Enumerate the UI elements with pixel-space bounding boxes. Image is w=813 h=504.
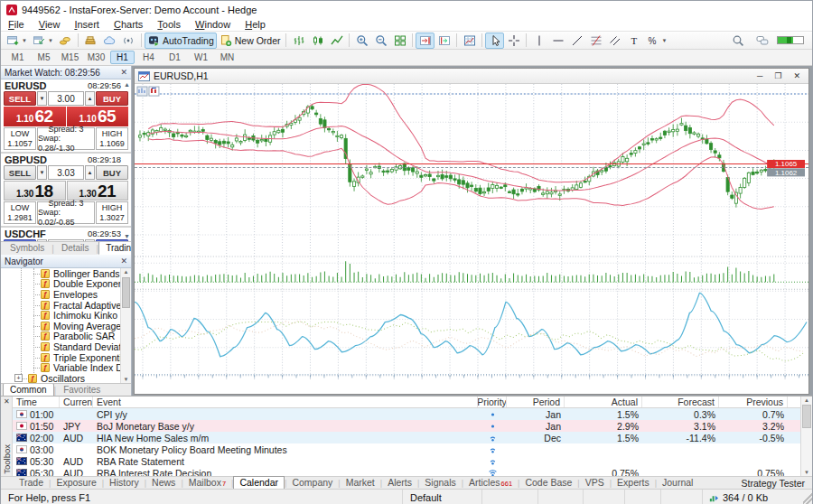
toolbox-tab-history[interactable]: History bbox=[104, 477, 145, 489]
indicators-button[interactable] bbox=[460, 33, 479, 49]
toolbox-tab-mailbox[interactable]: Mailbox7 bbox=[183, 477, 231, 489]
chat-button[interactable] bbox=[752, 33, 771, 49]
new-chart-button[interactable]: ▼ bbox=[4, 33, 30, 49]
sell-button[interactable]: SELL bbox=[4, 91, 36, 106]
buy-button[interactable]: BUY bbox=[96, 239, 128, 241]
navigator-tab-favorites[interactable]: Favorites bbox=[56, 383, 107, 397]
zoom-out-button[interactable] bbox=[371, 33, 390, 49]
market-watch-close-icon[interactable]: ✕ bbox=[120, 69, 127, 77]
fibonacci-button[interactable] bbox=[586, 33, 605, 49]
timeframe-h1-button[interactable]: H1 bbox=[110, 51, 135, 64]
toolbox-close-icon[interactable]: ✕ bbox=[4, 397, 10, 406]
chart-shift-button[interactable] bbox=[435, 33, 453, 49]
menu-item-view[interactable]: View bbox=[32, 19, 68, 30]
menu-item-file[interactable]: File bbox=[1, 19, 32, 30]
ask-price[interactable]: 1.1065 bbox=[67, 107, 129, 126]
zoom-in-button[interactable] bbox=[352, 33, 371, 49]
navigator-item-envelopes[interactable]: ƒEnvelopes bbox=[1, 289, 131, 300]
volume-increase-button[interactable]: ▲ bbox=[85, 165, 95, 180]
timeframe-d1-button[interactable]: D1 bbox=[163, 51, 187, 64]
menu-item-insert[interactable]: Insert bbox=[67, 19, 107, 30]
navigator-item-variable-index-dyna[interactable]: ƒVariable Index Dyna bbox=[1, 362, 131, 373]
scroll-down-icon[interactable]: ▼ bbox=[121, 377, 131, 382]
toolbox-tab-calendar[interactable]: Calendar bbox=[233, 476, 285, 490]
volume-increase-button[interactable]: ▲ bbox=[85, 239, 95, 241]
volume-decrease-button[interactable]: ▼ bbox=[37, 91, 47, 106]
chart-canvas[interactable]: 1.10651.1062 bbox=[135, 84, 808, 394]
navigator-item-standard-deviation[interactable]: ƒStandard Deviation bbox=[1, 341, 131, 352]
line-chart-button[interactable] bbox=[327, 33, 346, 49]
search-button[interactable] bbox=[728, 33, 747, 49]
column-header-event[interactable]: Event bbox=[93, 397, 478, 407]
cloud-storage-button[interactable] bbox=[100, 33, 119, 49]
navigator-close-icon[interactable]: ✕ bbox=[120, 257, 127, 266]
ask-price[interactable]: 1.3021 bbox=[67, 181, 129, 201]
market-watch-tab-symbols[interactable]: Symbols bbox=[3, 241, 51, 255]
toolbox-tab-alerts[interactable]: Alerts bbox=[382, 477, 417, 489]
toolbox-tab-exposure[interactable]: Exposure bbox=[51, 477, 101, 489]
volume-increase-button[interactable]: ▲ bbox=[85, 91, 95, 106]
navigator-item-parabolic-sar[interactable]: ƒParabolic SAR bbox=[1, 331, 131, 342]
timeframe-m30-button[interactable]: M30 bbox=[84, 51, 108, 64]
toolbox-tab-vps[interactable]: VPS bbox=[580, 477, 610, 489]
objects-button[interactable]: %▼ bbox=[643, 33, 669, 49]
navigator-item-fractal-adaptive-mo[interactable]: ƒFractal Adaptive Mo bbox=[1, 300, 131, 311]
column-header-actual[interactable]: Actual bbox=[565, 397, 642, 407]
calendar-scrollbar[interactable]: ▲ ▼ bbox=[800, 397, 812, 476]
timeframe-h4-button[interactable]: H4 bbox=[136, 51, 161, 64]
calendar-row[interactable]: 02:00AUDHIA New Home Sales m/mDec1.5%-11… bbox=[13, 432, 812, 443]
menu-item-window[interactable]: Window bbox=[188, 19, 238, 30]
new-order-button[interactable]: New Order bbox=[217, 33, 284, 49]
market-watch-scroll-up-icon[interactable]: ▲ bbox=[124, 81, 130, 88]
volume-value[interactable]: 3.00 bbox=[48, 239, 84, 241]
navigator-scrollbar[interactable]: ▲▼ bbox=[120, 268, 131, 383]
market-watch-tab-details[interactable]: Details bbox=[54, 241, 97, 255]
market-watch-tab-trading[interactable]: Trading bbox=[98, 241, 131, 255]
chart-close-button[interactable]: ✕ bbox=[793, 71, 800, 80]
volume-decrease-button[interactable]: ▼ bbox=[37, 165, 47, 180]
chart-restore-button[interactable]: ❐ bbox=[774, 71, 781, 80]
text-label-button[interactable]: T bbox=[624, 33, 643, 49]
bid-price[interactable]: 1.1062 bbox=[4, 107, 66, 126]
sell-button[interactable]: SELL bbox=[4, 165, 36, 180]
expand-icon[interactable]: + bbox=[14, 374, 23, 382]
toolbox-tab-code-base[interactable]: Code Base bbox=[519, 477, 577, 489]
navigator-tab-common[interactable]: Common bbox=[3, 383, 54, 397]
column-header-period[interactable]: Period bbox=[507, 397, 565, 407]
timeframe-m15-button[interactable]: M15 bbox=[58, 51, 82, 64]
tile-windows-button[interactable] bbox=[390, 33, 409, 49]
autotrading-button[interactable]: AutoTrading bbox=[145, 33, 217, 49]
bar-chart-button[interactable] bbox=[289, 33, 308, 49]
navigator-item-double-exponential[interactable]: ƒDouble Exponential bbox=[1, 279, 131, 290]
toolbox-tab-trade[interactable]: Trade bbox=[14, 477, 49, 489]
toolbox-tab-market[interactable]: Market bbox=[341, 477, 380, 489]
calendar-row[interactable]: 05:30AUDRBA Rate Statement bbox=[13, 455, 812, 467]
buy-button[interactable]: BUY bbox=[96, 91, 128, 106]
menu-item-charts[interactable]: Charts bbox=[107, 19, 150, 30]
auto-scroll-button[interactable] bbox=[416, 33, 435, 49]
market-watch-toggle-button[interactable] bbox=[81, 33, 100, 49]
calendar-row[interactable]: 01:00CPI y/yJan1.5%0.3%0.7% bbox=[13, 408, 812, 420]
toolbox-tab-signals[interactable]: Signals bbox=[419, 477, 461, 489]
toolbox-tab-articles[interactable]: Articles661 bbox=[463, 477, 518, 489]
trendline-button[interactable] bbox=[567, 33, 586, 49]
timeframe-m5-button[interactable]: M5 bbox=[32, 51, 56, 64]
profiles-button[interactable]: ▼ bbox=[30, 33, 56, 49]
calendar-row[interactable]: 03:00BOK Monetary Policy Board Meeting M… bbox=[13, 443, 812, 455]
crosshair-button[interactable] bbox=[504, 33, 523, 49]
column-header-time[interactable]: Time bbox=[13, 397, 60, 407]
vertical-line-button[interactable] bbox=[529, 33, 548, 49]
column-header-forecast[interactable]: Forecast bbox=[642, 397, 719, 407]
bid-price[interactable]: 1.3018 bbox=[4, 181, 66, 201]
notifications-button[interactable] bbox=[119, 33, 138, 49]
scroll-thumb[interactable] bbox=[802, 405, 811, 428]
resize-grip[interactable] bbox=[803, 490, 812, 504]
deposit-button[interactable] bbox=[56, 33, 75, 49]
timeframe-mn-button[interactable]: MN bbox=[215, 51, 239, 64]
toolbox-tab-news[interactable]: News bbox=[146, 477, 181, 489]
scroll-up-icon[interactable]: ▲ bbox=[801, 397, 812, 403]
navigator-group-oscillators[interactable]: +ƒOscillators bbox=[1, 373, 131, 383]
calendar-row[interactable]: 05:30AUDRBA Interest Rate Decision0.75%0… bbox=[13, 467, 812, 476]
calendar-row[interactable]: 01:50JPYBoJ Monetary Base y/yJan2.9%3.1%… bbox=[13, 420, 812, 432]
equidistant-channel-button[interactable] bbox=[605, 33, 624, 49]
